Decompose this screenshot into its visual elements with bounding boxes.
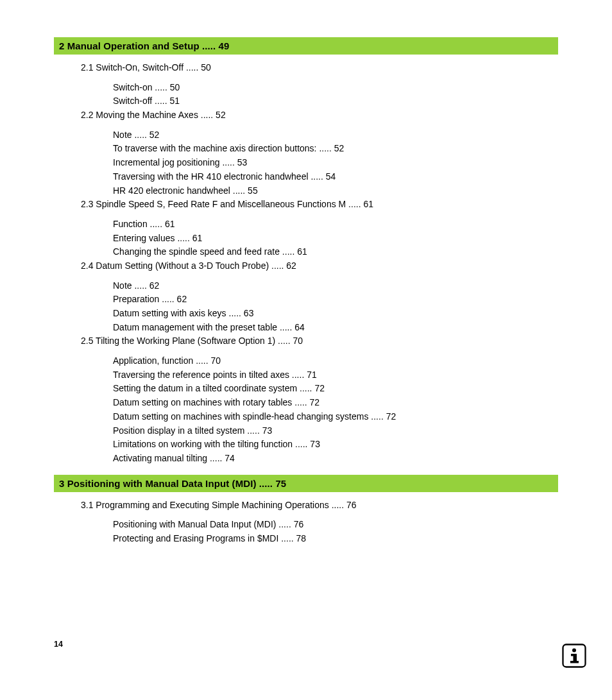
subsection-heading[interactable]: 3.1 Programming and Executing Simple Mac… bbox=[81, 499, 558, 513]
subsection-children: Switch-on ..... 50Switch-off ..... 51 bbox=[81, 81, 558, 108]
page-number: 14 bbox=[54, 640, 63, 649]
section-heading[interactable]: 3 Positioning with Manual Data Input (MD… bbox=[54, 475, 558, 492]
toc-entry[interactable]: Datum management with the preset table .… bbox=[113, 321, 558, 335]
toc-entry[interactable]: Datum setting on machines with rotary ta… bbox=[113, 396, 558, 410]
toc-entry[interactable]: Switch-on ..... 50 bbox=[113, 81, 558, 95]
toc-entry[interactable]: Activating manual tilting ..... 74 bbox=[113, 452, 558, 466]
toc-entry[interactable]: Entering values ..... 61 bbox=[113, 232, 558, 246]
subsection-children: Positioning with Manual Data Input (MDI)… bbox=[81, 518, 558, 545]
toc-content: 2 Manual Operation and Setup ..... 492.1… bbox=[0, 37, 612, 546]
toc-entry[interactable]: Application, function ..... 70 bbox=[113, 354, 558, 368]
toc-entry[interactable]: Preparation ..... 62 bbox=[113, 293, 558, 307]
subsection-children: Application, function ..... 70Traversing… bbox=[81, 354, 558, 466]
toc-entry[interactable]: Note ..... 62 bbox=[113, 279, 558, 293]
svg-rect-4 bbox=[570, 661, 579, 663]
svg-point-1 bbox=[572, 649, 576, 653]
section-body: 3.1 Programming and Executing Simple Mac… bbox=[54, 499, 558, 546]
subsection-heading[interactable]: 2.4 Datum Setting (Without a 3-D Touch P… bbox=[81, 259, 558, 273]
toc-entry[interactable]: Note ..... 52 bbox=[113, 128, 558, 142]
toc-entry[interactable]: Positioning with Manual Data Input (MDI)… bbox=[113, 518, 558, 532]
toc-entry[interactable]: Setting the datum in a tilted coordinate… bbox=[113, 382, 558, 396]
toc-entry[interactable]: Limitations on working with the tilting … bbox=[113, 438, 558, 452]
toc-entry[interactable]: Datum setting with axis keys ..... 63 bbox=[113, 307, 558, 321]
toc-entry[interactable]: To traverse with the machine axis direct… bbox=[113, 142, 558, 156]
toc-entry[interactable]: Protecting and Erasing Programs in $MDI … bbox=[113, 532, 558, 546]
subsection-heading[interactable]: 2.3 Spindle Speed S, Feed Rate F and Mis… bbox=[81, 198, 558, 212]
section-heading[interactable]: 2 Manual Operation and Setup ..... 49 bbox=[54, 37, 558, 55]
info-icon bbox=[562, 644, 586, 668]
subsection-children: Note ..... 62Preparation ..... 62Datum s… bbox=[81, 279, 558, 335]
subsection-heading[interactable]: 2.2 Moving the Machine Axes ..... 52 bbox=[81, 108, 558, 123]
toc-entry[interactable]: Position display in a tilted system ....… bbox=[113, 424, 558, 438]
toc-entry[interactable]: Incremental jog positioning ..... 53 bbox=[113, 156, 558, 170]
toc-entry[interactable]: Traversing the reference points in tilte… bbox=[113, 368, 558, 382]
section-body: 2.1 Switch-On, Switch-Off ..... 50Switch… bbox=[54, 61, 558, 466]
subsection-children: Note ..... 52To traverse with the machin… bbox=[81, 128, 558, 198]
subsection-children: Function ..... 61Entering values ..... 6… bbox=[81, 218, 558, 259]
toc-entry[interactable]: Function ..... 61 bbox=[113, 218, 558, 232]
subsection-heading[interactable]: 2.5 Tilting the Working Plane (Software … bbox=[81, 334, 558, 348]
toc-entry[interactable]: Datum setting on machines with spindle-h… bbox=[113, 410, 558, 424]
toc-entry[interactable]: Switch-off ..... 51 bbox=[113, 94, 558, 108]
toc-entry[interactable]: HR 420 electronic handwheel ..... 55 bbox=[113, 184, 558, 198]
toc-entry[interactable]: Traversing with the HR 410 electronic ha… bbox=[113, 170, 558, 184]
subsection-heading[interactable]: 2.1 Switch-On, Switch-Off ..... 50 bbox=[81, 61, 558, 75]
toc-entry[interactable]: Changing the spindle speed and feed rate… bbox=[113, 245, 558, 259]
